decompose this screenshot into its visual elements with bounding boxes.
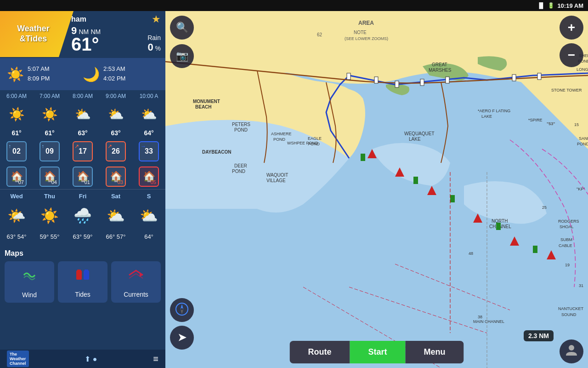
location-row: ham ★ [71,13,161,25]
start-button[interactable]: Start [350,341,405,363]
svg-text:*AERO F LATING: *AERO F LATING [478,109,510,113]
svg-text:(SEE LOWER ZOOMS): (SEE LOWER ZOOMS) [345,36,388,41]
rain-label: Rain [147,34,161,41]
wave-house-1: 🏠 04 [40,167,60,187]
distance-badge: 2.3 NM [524,330,554,341]
svg-text:PETERS: PETERS [232,122,250,127]
wifi-icon: ▐▌ [537,2,545,9]
hour-label-1: 7:00 AM [33,93,66,99]
hourly-temp-1: 61° [33,129,66,137]
wave-house-item-1: 🏠 04 [33,167,66,187]
svg-rect-64 [347,73,351,80]
zoom-out-button[interactable]: − [560,43,583,67]
wind-card-label: Wind [22,291,37,299]
svg-text:25: 25 [542,205,547,210]
route-button[interactable]: Route [289,341,350,363]
gps-icon[interactable]: ⬆ ● [85,355,97,363]
location-button[interactable]: ➤ [170,326,194,350]
svg-text:62: 62 [317,32,322,37]
svg-text:BEACH: BEACH [195,104,212,109]
svg-text:STONE TOWER: STONE TOWER [551,88,582,92]
menu-button[interactable]: Menu [406,341,464,363]
svg-text:POND: POND [577,142,588,146]
maps-section: Maps Wind [0,246,165,306]
svg-text:WAQUOIT: WAQUOIT [266,172,288,178]
day-label-0: Wed [0,193,33,200]
svg-point-95 [569,345,574,351]
wave-item-4: → 33 [132,141,165,161]
svg-rect-68 [446,77,449,83]
search-button[interactable]: 🔍 [170,16,194,40]
hour-label-3: 9:00 AM [99,93,132,99]
sun-times: 5:07 AM 8:09 PM [28,64,50,84]
hamburger-menu-icon[interactable]: ≡ [153,354,158,364]
moon-block: 🌙 2:53 AM 4:02 PM [83,64,158,84]
svg-text:POND: POND [234,127,248,132]
map-area[interactable]: AREA NOTE (SEE LOWER ZOOMS) 62 MONUMENT … [165,11,588,368]
daily-icon-1: ☀️ [33,207,66,224]
daily-days-row: Wed Thu Fri Sat S [0,190,165,202]
svg-rect-65 [374,77,378,83]
svg-text:SAND: SAND [579,136,588,141]
svg-text:VILLAGE: VILLAGE [266,178,286,183]
svg-text:WEQUAQUET: WEQUAQUET [404,131,435,136]
svg-rect-2 [77,270,81,272]
daily-temp-4: 64° [132,233,165,240]
svg-rect-66 [395,81,399,87]
svg-text:*SPIRE: *SPIRE [528,118,543,122]
weather-banner: Weather &Tides [0,11,74,57]
svg-text:AREA: AREA [358,20,374,26]
wave-item-0: ↑ 02 [0,141,33,161]
compass-button[interactable] [170,298,194,322]
day-label-2: Fri [66,193,99,200]
map-card-wind[interactable]: Wind [5,261,54,303]
daily-temp-0: 63° 54° [0,233,33,240]
wave-house-item-2: 🏠 01 [66,167,99,187]
svg-text:EAGLE: EAGLE [308,136,322,141]
day-label-4: S [132,193,165,200]
wave-house-item-3: 🏠 03 [99,167,132,187]
hourly-temps-row: 61° 61° 63° 63° 64° [0,127,165,138]
svg-text:ASHMERE: ASHMERE [271,132,292,136]
svg-text:DEER: DEER [234,163,247,168]
compass-icon [175,302,189,318]
wave-row-1: ↑ 02 ↑ 09 ↗ 17 ↗ 26 → 33 [0,138,165,164]
favorite-star[interactable]: ★ [152,13,161,25]
wind-map-icon [20,266,39,288]
sun-icon: ☀️ [7,66,24,82]
svg-text:MONUMENT: MONUMENT [193,99,220,104]
map-card-tides[interactable]: Tides [58,261,107,303]
svg-rect-3 [85,270,88,272]
camera-button[interactable]: 📷 [170,44,194,68]
weather-channel-logo: TheWeatherChannel [7,351,29,367]
svg-text:LONG POND: LONG POND [577,67,588,72]
wave-box-4: → 33 [139,141,159,161]
battery-icon: 🔋 [548,2,554,9]
map-card-currents[interactable]: Currents [111,261,161,303]
tides-map-icon [74,266,92,288]
daily-icon-2: 🌧️ [66,207,99,224]
wave-house-2: 🏠 01 [73,167,93,187]
daily-icon-4: ⛅ [132,207,165,224]
moonrise-time: 2:53 AM [103,64,125,74]
bottom-bar: TheWeatherChannel ⬆ ● ≡ [0,350,165,368]
zoom-out-icon: − [568,48,575,63]
wave-house-item-0: 🏠 07 [0,167,33,187]
user-profile-button[interactable] [560,339,583,363]
moon-times: 2:53 AM 4:02 PM [103,64,125,84]
divider-1 [0,189,165,190]
rain-unit: % [155,45,161,52]
wave-item-1: ↑ 09 [33,141,66,161]
tides-card-label: Tides [75,291,90,298]
hour-label-0: 6:00 AM [0,93,33,99]
svg-rect-83 [533,246,537,253]
daily-temp-3: 66° 57° [99,233,132,240]
hourly-icon-4: ⛅ [132,107,165,122]
zoom-in-button[interactable]: + [560,16,583,40]
weather-banner-text: Weather &Tides [17,24,57,44]
svg-text:31: 31 [579,283,583,288]
daily-icons-row: 🌤️ ☀️ 🌧️ ⛅ ⛅ [0,202,165,230]
svg-text:RODGERS: RODGERS [558,219,579,224]
daily-icon-3: ⛅ [99,207,132,224]
svg-text:LAKE: LAKE [409,137,421,142]
